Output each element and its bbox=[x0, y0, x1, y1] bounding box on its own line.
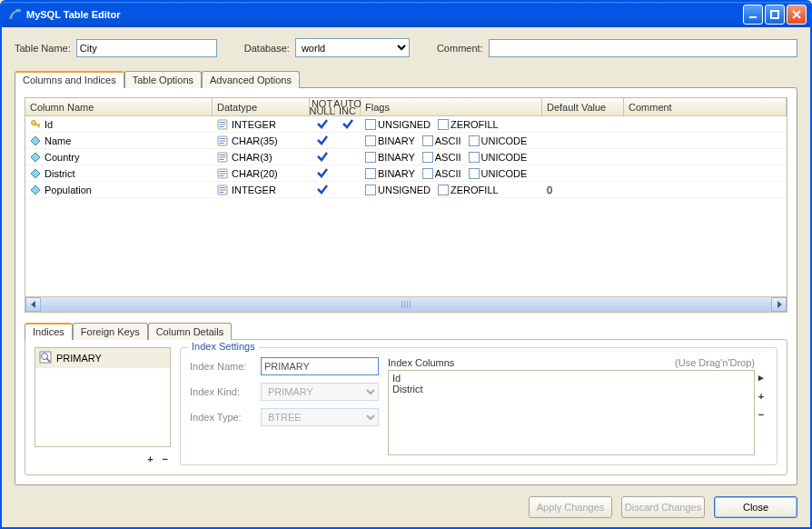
check-icon bbox=[316, 134, 329, 148]
index-name-input[interactable] bbox=[261, 357, 379, 375]
tab-indices[interactable]: Indices bbox=[25, 323, 73, 340]
index-col-expand-button[interactable]: ▸ bbox=[758, 372, 764, 384]
tab-foreign-keys[interactable]: Foreign Keys bbox=[73, 323, 148, 340]
index-item[interactable]: PRIMARY bbox=[35, 348, 170, 368]
tab-column-details[interactable]: Column Details bbox=[148, 323, 233, 340]
close-button[interactable] bbox=[787, 5, 807, 25]
apply-changes-button[interactable]: Apply Changes bbox=[529, 496, 612, 518]
header-not-null[interactable]: NOTNULL bbox=[310, 98, 335, 115]
datatype-cell: CHAR(3) bbox=[232, 152, 272, 163]
svg-rect-9 bbox=[220, 124, 226, 125]
index-columns-list[interactable]: Id District bbox=[388, 370, 755, 455]
flags-cell: BINARYASCIIUNICODE bbox=[361, 135, 542, 146]
index-column-item[interactable]: Id bbox=[392, 373, 750, 384]
table-name-label: Table Name: bbox=[15, 43, 71, 54]
flag-checkbox[interactable] bbox=[422, 152, 433, 163]
index-settings-fieldset: Index Settings Index Name: Index Kind: P… bbox=[180, 347, 777, 465]
tab-table-options[interactable]: Table Options bbox=[124, 71, 202, 88]
index-kind-combo[interactable]: PRIMARY bbox=[261, 383, 379, 401]
table-row[interactable]: IdINTEGERUNSIGNEDZEROFILL bbox=[25, 116, 787, 133]
flag-checkbox[interactable] bbox=[469, 168, 480, 179]
scroll-right-button[interactable] bbox=[771, 297, 787, 312]
flag-checkbox[interactable] bbox=[438, 185, 449, 195]
header-row: Table Name: Database: world Comment: bbox=[15, 38, 797, 57]
indices-list[interactable]: PRIMARY bbox=[35, 347, 171, 447]
svg-rect-25 bbox=[220, 189, 226, 190]
flag-checkbox[interactable] bbox=[422, 135, 433, 146]
svg-rect-21 bbox=[220, 173, 226, 174]
flag-checkbox[interactable] bbox=[438, 119, 449, 130]
check-icon bbox=[316, 150, 329, 165]
discard-changes-button[interactable]: Discard Changes bbox=[621, 496, 705, 518]
comment-label: Comment: bbox=[437, 43, 483, 54]
flag-label: ZEROFILL bbox=[451, 119, 499, 130]
datatype-icon bbox=[217, 152, 228, 163]
index-add-remove: + − bbox=[35, 447, 171, 465]
table-row[interactable]: NameCHAR(35)BINARYASCIIUNICODE bbox=[25, 133, 787, 149]
svg-rect-26 bbox=[220, 192, 224, 193]
index-type-combo[interactable]: BTREE bbox=[261, 408, 379, 426]
scroll-track[interactable] bbox=[41, 297, 771, 312]
svg-rect-8 bbox=[220, 122, 226, 123]
header-comment[interactable]: Comment bbox=[624, 98, 787, 115]
flag-checkbox[interactable] bbox=[422, 168, 433, 179]
table-row[interactable]: CountryCHAR(3)BINARYASCIIUNICODE bbox=[25, 149, 787, 165]
index-kind-label: Index Kind: bbox=[190, 386, 253, 397]
horizontal-scrollbar[interactable] bbox=[25, 296, 787, 312]
titlebar[interactable]: MySQL Table Editor bbox=[2, 2, 810, 27]
table-comment-input[interactable] bbox=[489, 39, 797, 57]
table-name-input[interactable] bbox=[76, 39, 217, 57]
datatype-cell: INTEGER bbox=[232, 119, 276, 130]
index-col-add-button[interactable]: + bbox=[758, 391, 764, 402]
column-name-cell: Country bbox=[45, 152, 80, 163]
flag-label: UNICODE bbox=[481, 152, 528, 163]
index-column-item[interactable]: District bbox=[392, 384, 750, 394]
tab-columns-indices[interactable]: Columns and Indices bbox=[15, 71, 124, 88]
indices-list-wrap: PRIMARY + − bbox=[35, 347, 171, 465]
svg-rect-6 bbox=[38, 125, 39, 127]
window-buttons bbox=[743, 5, 807, 25]
flag-label: ASCII bbox=[435, 152, 461, 163]
header-datatype[interactable]: Datatype bbox=[213, 98, 310, 115]
tab-advanced-options[interactable]: Advanced Options bbox=[202, 71, 300, 88]
column-name-cell: Population bbox=[45, 185, 92, 195]
index-add-button[interactable]: + bbox=[147, 454, 155, 464]
datatype-icon bbox=[217, 119, 228, 130]
header-auto-inc[interactable]: AUTOINC bbox=[335, 98, 361, 115]
flag-label: BINARY bbox=[378, 152, 415, 163]
svg-rect-1 bbox=[771, 11, 778, 18]
close-panel-button[interactable]: Close bbox=[714, 496, 797, 518]
flag-checkbox[interactable] bbox=[365, 135, 376, 146]
header-column-name[interactable]: Column Name bbox=[25, 98, 213, 115]
svg-rect-14 bbox=[220, 143, 224, 144]
datatype-icon bbox=[217, 135, 228, 146]
database-label: Database: bbox=[244, 43, 290, 54]
flag-label: BINARY bbox=[378, 168, 415, 179]
table-row[interactable]: PopulationINTEGERUNSIGNEDZEROFILL0 bbox=[25, 182, 787, 198]
flag-label: BINARY bbox=[378, 135, 415, 146]
index-col-remove-button[interactable]: − bbox=[758, 409, 764, 420]
flag-label: UNSIGNED bbox=[378, 119, 431, 130]
columns-panel: Column Name Datatype NOTNULL AUTOINC Fla… bbox=[15, 87, 797, 485]
minimize-button[interactable] bbox=[743, 5, 763, 25]
header-flags[interactable]: Flags bbox=[361, 98, 542, 115]
check-icon bbox=[316, 183, 329, 197]
column-icon bbox=[30, 168, 41, 179]
grid-body[interactable]: IdINTEGERUNSIGNEDZEROFILLNameCHAR(35)BIN… bbox=[25, 116, 787, 296]
scroll-left-button[interactable] bbox=[25, 297, 41, 312]
maximize-button[interactable] bbox=[765, 5, 785, 25]
svg-rect-22 bbox=[220, 175, 224, 176]
grid-header: Column Name Datatype NOTNULL AUTOINC Fla… bbox=[25, 98, 787, 116]
svg-rect-24 bbox=[220, 187, 226, 188]
database-combo[interactable]: world bbox=[295, 38, 410, 57]
flag-checkbox[interactable] bbox=[365, 185, 376, 195]
flag-checkbox[interactable] bbox=[365, 119, 376, 130]
header-default[interactable]: Default Value bbox=[542, 98, 624, 115]
flag-checkbox[interactable] bbox=[469, 152, 480, 163]
index-remove-button[interactable]: − bbox=[163, 454, 171, 464]
flag-checkbox[interactable] bbox=[365, 168, 376, 179]
flag-checkbox[interactable] bbox=[365, 152, 376, 163]
datatype-icon bbox=[217, 168, 228, 179]
flag-checkbox[interactable] bbox=[469, 135, 480, 146]
table-row[interactable]: DistrictCHAR(20)BINARYASCIIUNICODE bbox=[25, 165, 787, 182]
